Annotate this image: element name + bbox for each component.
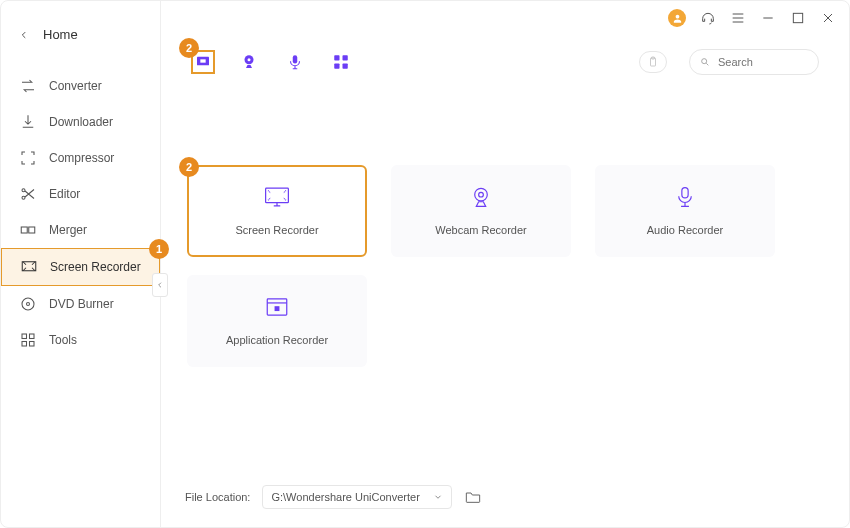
chevron-down-icon [433, 492, 443, 502]
menu-icon[interactable] [730, 10, 746, 26]
home-button[interactable]: Home [1, 19, 160, 50]
sidebar-item-label: Downloader [49, 115, 113, 129]
svg-rect-17 [334, 55, 339, 60]
app-window: Home Converter Downloader Compressor Edi… [0, 0, 850, 528]
svg-rect-11 [30, 342, 35, 347]
download-icon [19, 113, 37, 131]
toolbar-app-icon[interactable] [329, 50, 353, 74]
svg-point-15 [248, 58, 251, 61]
sidebar-item-label: Merger [49, 223, 87, 237]
tile-label: Webcam Recorder [435, 224, 527, 236]
main-area: 2 2 [161, 1, 849, 527]
sidebar: Home Converter Downloader Compressor Edi… [1, 1, 161, 527]
svg-rect-0 [793, 13, 802, 22]
sidebar-item-label: Compressor [49, 151, 114, 165]
webcam-icon [468, 186, 494, 208]
search-icon [700, 56, 710, 68]
svg-point-1 [22, 189, 25, 192]
toolbar: 2 [191, 49, 819, 75]
toolbar-webcam-icon[interactable] [237, 50, 261, 74]
sidebar-item-label: Screen Recorder [50, 260, 141, 274]
svg-rect-8 [22, 334, 27, 339]
search-box[interactable] [689, 49, 819, 75]
svg-rect-27 [682, 188, 688, 198]
callout-badge-2a: 2 [179, 38, 199, 58]
file-location-label: File Location: [185, 491, 250, 503]
scissors-icon [19, 185, 37, 203]
sidebar-item-dvd-burner[interactable]: DVD Burner [1, 286, 160, 322]
svg-rect-3 [21, 227, 27, 233]
toolbar-audio-icon[interactable] [283, 50, 307, 74]
svg-rect-24 [266, 188, 289, 203]
tile-row-2: Application Recorder [185, 275, 825, 367]
app-window-icon [264, 296, 290, 318]
tile-label: Screen Recorder [235, 224, 318, 236]
chevron-left-icon [19, 30, 29, 40]
sidebar-item-label: Converter [49, 79, 102, 93]
grid-icon [19, 331, 37, 349]
svg-rect-18 [343, 55, 348, 60]
sidebar-item-merger[interactable]: Merger [1, 212, 160, 248]
tile-label: Audio Recorder [647, 224, 723, 236]
nav-list: Converter Downloader Compressor Editor M… [1, 68, 160, 358]
sidebar-item-label: Tools [49, 333, 77, 347]
sidebar-item-editor[interactable]: Editor [1, 176, 160, 212]
clipboard-button[interactable] [639, 51, 667, 73]
search-input[interactable] [718, 56, 808, 68]
screen-record-icon [20, 258, 38, 276]
sidebar-item-tools[interactable]: Tools [1, 322, 160, 358]
svg-rect-16 [293, 55, 298, 63]
svg-point-2 [22, 196, 25, 199]
user-avatar[interactable] [668, 9, 686, 27]
tile-label: Application Recorder [226, 334, 328, 346]
minimize-icon[interactable] [760, 10, 776, 26]
tile-audio-recorder[interactable]: Audio Recorder [595, 165, 775, 257]
callout-badge-2b: 2 [179, 157, 199, 177]
sidebar-item-label: Editor [49, 187, 80, 201]
file-location-dropdown[interactable]: G:\Wondershare UniConverter [262, 485, 452, 509]
window-controls [654, 0, 850, 36]
microphone-icon [672, 186, 698, 208]
svg-rect-9 [30, 334, 35, 339]
tile-application-recorder[interactable]: Application Recorder [187, 275, 367, 367]
screen-recorder-icon [264, 186, 290, 208]
callout-badge-1: 1 [149, 239, 169, 259]
sidebar-item-converter[interactable]: Converter [1, 68, 160, 104]
headset-icon[interactable] [700, 10, 716, 26]
svg-rect-20 [343, 64, 348, 69]
file-location-path: G:\Wondershare UniConverter [271, 491, 427, 503]
tile-webcam-recorder[interactable]: Webcam Recorder [391, 165, 571, 257]
sidebar-item-downloader[interactable]: Downloader [1, 104, 160, 140]
svg-point-26 [479, 192, 484, 197]
tile-screen-recorder[interactable]: 2 Screen Recorder [187, 165, 367, 257]
converter-icon [19, 77, 37, 95]
home-label: Home [43, 27, 78, 42]
svg-rect-4 [29, 227, 35, 233]
svg-point-7 [27, 303, 30, 306]
svg-rect-29 [275, 306, 280, 311]
svg-point-23 [702, 59, 707, 64]
maximize-icon[interactable] [790, 10, 806, 26]
svg-point-25 [475, 188, 488, 201]
disc-icon [19, 295, 37, 313]
footer: File Location: G:\Wondershare UniConvert… [185, 485, 825, 509]
folder-icon [465, 490, 481, 504]
merge-icon [19, 221, 37, 239]
sidebar-item-screen-recorder[interactable]: Screen Recorder 1 [1, 248, 160, 286]
svg-point-6 [22, 298, 34, 310]
close-icon[interactable] [820, 10, 836, 26]
tile-row-1: 2 Screen Recorder Webcam Recorder Audio … [185, 165, 825, 257]
sidebar-item-label: DVD Burner [49, 297, 114, 311]
svg-rect-10 [22, 342, 27, 347]
toolbar-screen-icon[interactable]: 2 [191, 50, 215, 74]
open-folder-button[interactable] [464, 488, 482, 506]
sidebar-item-compressor[interactable]: Compressor [1, 140, 160, 176]
compress-icon [19, 149, 37, 167]
svg-rect-13 [200, 59, 205, 62]
svg-rect-19 [334, 64, 339, 69]
